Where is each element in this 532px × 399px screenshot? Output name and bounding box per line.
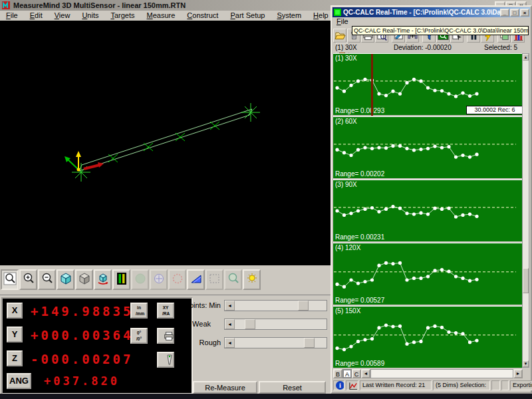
chart-tab-a[interactable]: A xyxy=(342,369,352,378)
dro-axis-y-button[interactable]: Y xyxy=(7,327,23,342)
slider-thumb[interactable] xyxy=(245,319,255,329)
illumination-icon xyxy=(245,272,259,285)
window-title: MeasureMind 3D MultiSensor - linear 150m… xyxy=(13,1,186,9)
re-measure-button[interactable]: Re-Measure xyxy=(193,381,257,394)
open-file-icon xyxy=(334,30,346,42)
region-magnifier-button[interactable] xyxy=(224,269,242,290)
scroll-down-arrow[interactable]: ▼ xyxy=(523,360,529,367)
chart-panel-4[interactable]: (4) 120XRange= 0.00527 xyxy=(333,243,525,305)
rough-slider[interactable]: ◄ xyxy=(224,337,327,348)
illumination-button[interactable] xyxy=(243,269,261,290)
slider-thumb[interactable] xyxy=(298,301,309,311)
rotate-view-cube-button[interactable] xyxy=(94,269,112,290)
menu-file[interactable]: File xyxy=(0,11,24,20)
front-view-cube-button[interactable] xyxy=(75,269,93,290)
exporting-status-cell: Exporting xyxy=(510,380,532,390)
probe-button[interactable] xyxy=(157,352,174,368)
in-mm-toggle-button[interactable]: in/mm xyxy=(130,303,148,319)
dro-axis-z-button[interactable]: Z xyxy=(7,350,23,366)
dro-row-z: Z-000.00207 xyxy=(7,350,23,368)
selection-rectangle-icon xyxy=(208,272,221,285)
chart-panel-3[interactable]: (3) 90XRange= 0.00231 xyxy=(333,180,525,241)
menu-view[interactable]: View xyxy=(49,11,76,20)
dro-axis-ang-button[interactable]: ANG xyxy=(7,373,31,389)
circle-measure-disabled-button[interactable] xyxy=(131,269,149,290)
menu-targets[interactable]: Targets xyxy=(104,11,140,20)
record-cursor-tooltip: 30.0002 Rec: 6 xyxy=(466,106,523,114)
zoom-window-button[interactable] xyxy=(1,269,19,290)
zero-axes-button[interactable]: 0°/0° xyxy=(130,328,148,344)
slider-left-arrow[interactable]: ◄ xyxy=(225,338,235,348)
app-icon xyxy=(1,1,11,10)
slider-thumb[interactable] xyxy=(304,338,315,348)
chart-range-label: Range= 0.00527 xyxy=(335,297,384,304)
slider-left-arrow[interactable]: ◄ xyxy=(225,319,235,329)
qc-vertical-scrollbar[interactable]: ▲▼ xyxy=(522,53,529,368)
red-dashed-circle-icon xyxy=(171,272,184,285)
qc-title-bar[interactable]: QC-CALC Real-Time - [C:\Prolink\QC-CALC … xyxy=(332,7,530,17)
qc-info-bar: (1) 30X Deviation: -0.00020 Selected: 5 xyxy=(332,44,530,53)
menu-edit[interactable]: Edit xyxy=(24,11,49,20)
qc-menu-file[interactable]: File xyxy=(332,17,352,25)
dro-axis-x-button[interactable]: X xyxy=(7,303,23,319)
circle-measure-disabled-icon xyxy=(134,272,147,285)
chart-plot xyxy=(334,253,516,295)
zoom-out-icon xyxy=(41,272,54,285)
centroid-circle-button[interactable] xyxy=(150,269,168,290)
dro-row-ang: ANG+037.820 xyxy=(7,373,31,390)
qc-maximize-button[interactable]: □ xyxy=(510,9,519,17)
chart-dimension-label: (4) 120X xyxy=(335,244,360,251)
chart-range-label: Range= 0.00293 xyxy=(335,107,384,114)
red-dashed-circle-button[interactable] xyxy=(168,269,186,290)
rotate-view-cube-icon xyxy=(96,272,110,285)
qc-minimize-button[interactable]: _ xyxy=(500,9,509,17)
info-icon-cell: i xyxy=(333,380,344,390)
angle-tool-button[interactable] xyxy=(187,269,205,290)
scroll-thumb[interactable] xyxy=(523,268,529,293)
slider-left-arrow[interactable]: ◄ xyxy=(225,301,235,311)
zoom-out-button[interactable] xyxy=(38,269,56,290)
hscroll-track[interactable] xyxy=(370,369,513,378)
hscroll-right-arrow[interactable]: ► xyxy=(513,369,523,378)
region-magnifier-icon xyxy=(227,272,240,285)
endpoint-cross-right xyxy=(241,103,260,122)
qc-calc-window: QC-CALC Real-Time - [C:\Prolink\QC-CALC … xyxy=(331,5,532,394)
chart-plot xyxy=(334,126,516,169)
chart-tab-b[interactable]: B xyxy=(333,369,342,378)
spc-icon-cell xyxy=(346,380,358,390)
qc-status-bar: iLast Written Record: 21(5 Dims) Selecti… xyxy=(332,380,530,391)
chart-panel-1[interactable]: (1) 30XRange= 0.0029330.0002 Rec: 6 xyxy=(333,53,525,115)
chart-panel-5[interactable]: (5) 150XRange= 0.00589 xyxy=(333,306,525,368)
profile-display-button[interactable] xyxy=(112,269,130,290)
menu-part-setup[interactable]: Part Setup xyxy=(224,11,271,20)
qc-menu-bar: File xyxy=(332,17,530,27)
chart-tab-c[interactable]: C xyxy=(352,369,361,378)
info-icon[interactable]: i xyxy=(336,381,344,390)
qc-tab-bar: BAC◄► xyxy=(333,369,525,379)
menu-units[interactable]: Units xyxy=(76,11,104,20)
iso-view-cube-button[interactable] xyxy=(57,269,74,290)
hscroll-left-arrow[interactable]: ◄ xyxy=(361,369,370,378)
edge-label: Edge: Weak xyxy=(148,320,211,328)
chart-plot xyxy=(334,190,516,232)
rough-label: Rough xyxy=(158,338,221,346)
open-file-button[interactable] xyxy=(333,29,346,43)
chart-range-label: Range= 0.00231 xyxy=(335,233,384,241)
points-slider[interactable]: ◄ xyxy=(224,300,327,311)
qc-close-button[interactable]: × xyxy=(520,9,529,17)
axis-triad-icon xyxy=(65,151,104,172)
dro-value-x: +149.98835 xyxy=(31,304,133,319)
chart-panel-2[interactable]: (2) 60XRange= 0.00202 xyxy=(333,116,525,178)
measured-line-band xyxy=(79,109,252,171)
chart-range-label: Range= 0.00202 xyxy=(335,170,384,178)
record-cursor-line[interactable] xyxy=(371,54,373,116)
menu-system[interactable]: System xyxy=(271,11,307,20)
selection-rectangle-button[interactable] xyxy=(205,269,223,290)
chart-dimension-label: (2) 60X xyxy=(335,118,357,125)
edge-slider[interactable]: ◄ xyxy=(224,319,327,330)
menu-measure[interactable]: Measure xyxy=(141,11,182,20)
reset-button[interactable]: Reset xyxy=(259,381,326,394)
menu-construct[interactable]: Construct xyxy=(181,11,224,20)
scroll-up-arrow[interactable]: ▲ xyxy=(523,54,529,61)
zoom-in-button[interactable] xyxy=(19,269,37,290)
